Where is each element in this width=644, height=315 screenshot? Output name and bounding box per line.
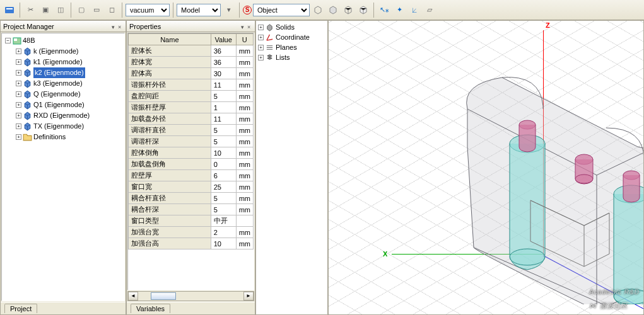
- prop-value[interactable]: 中开: [211, 215, 236, 227]
- property-row[interactable]: 谐振杆壁厚1mm: [129, 102, 254, 113]
- model-tree-item[interactable]: +Solids: [257, 22, 326, 32]
- model-select[interactable]: Model: [177, 4, 221, 16]
- prop-value[interactable]: 1: [211, 102, 236, 113]
- cut-icon[interactable]: ✂: [23, 3, 37, 17]
- prop-value[interactable]: 2: [211, 227, 236, 238]
- tree-root[interactable]: − 48B: [4, 35, 123, 46]
- property-row[interactable]: 腔壁厚6mm: [129, 170, 254, 181]
- pin-icon[interactable]: ▾: [112, 24, 117, 29]
- tree-item[interactable]: +Q1 (Eigenmode): [15, 100, 123, 110]
- close-icon[interactable]: ×: [118, 24, 123, 29]
- plane-icon[interactable]: ▱: [423, 3, 436, 17]
- prop-value[interactable]: 0: [211, 159, 236, 170]
- property-row[interactable]: 耦合杆深5mm: [129, 204, 254, 215]
- 3d-viewport[interactable]: Academic R&D ⋈ 微波社区: [328, 20, 644, 315]
- property-row[interactable]: 调谐杆直径5mm: [129, 125, 254, 136]
- property-row[interactable]: 调谐杆深5mm: [129, 136, 254, 147]
- expand-icon[interactable]: +: [258, 45, 264, 50]
- expand-icon[interactable]: +: [258, 25, 264, 30]
- tree-item[interactable]: +RXD (Eigenmode): [15, 110, 123, 121]
- col-value[interactable]: Value: [211, 34, 236, 45]
- rect1-icon[interactable]: ▢: [74, 3, 88, 17]
- prop-value[interactable]: 5: [211, 193, 236, 204]
- prop-value[interactable]: 5: [211, 125, 236, 136]
- property-row[interactable]: 窗口类型中开: [129, 215, 254, 227]
- property-row[interactable]: 加载盘倒角0mm: [129, 159, 254, 170]
- properties-table[interactable]: Name Value U 腔体长36mm腔体宽36mm腔体高30mm谐振杆外径1…: [128, 33, 254, 249]
- expand-icon[interactable]: +: [16, 91, 21, 97]
- prop-value[interactable]: 10: [211, 238, 236, 249]
- model-tree-item[interactable]: +Planes: [257, 42, 326, 52]
- expand-icon[interactable]: +: [16, 134, 21, 140]
- model-tree-item[interactable]: +Coordinate: [257, 32, 326, 42]
- rect3-icon[interactable]: ◻: [105, 3, 119, 17]
- prop-value[interactable]: 36: [211, 57, 236, 68]
- expand-icon[interactable]: +: [16, 70, 21, 76]
- expand-icon[interactable]: +: [16, 102, 21, 108]
- tree-item[interactable]: +k3 (Eigenmode): [15, 78, 123, 89]
- property-row[interactable]: 谐振杆外径11mm: [129, 79, 254, 91]
- property-row[interactable]: 加强台宽2mm: [129, 227, 254, 238]
- tree-item[interactable]: +k1 (Eigenmode): [15, 57, 123, 67]
- axis2-icon[interactable]: ✦: [392, 3, 406, 17]
- model-tree-item[interactable]: +Lists: [257, 52, 326, 62]
- prop-value[interactable]: 11: [211, 113, 236, 125]
- scroll-thumb[interactable]: [151, 292, 176, 300]
- object-select[interactable]: Object: [253, 4, 310, 16]
- tree-item[interactable]: +k (Eigenmode): [15, 46, 123, 57]
- chevron-down-icon[interactable]: ▾: [222, 3, 236, 17]
- axis3-icon[interactable]: ⟀: [407, 3, 421, 17]
- prop-value[interactable]: 30: [211, 68, 236, 79]
- prop-value[interactable]: 25: [211, 181, 236, 193]
- shape2-icon[interactable]: ◫: [54, 3, 67, 17]
- tree-item[interactable]: +TX (Eigenmode): [15, 121, 123, 132]
- variables-tab[interactable]: Variables: [131, 304, 170, 313]
- property-row[interactable]: 腔体倒角10mm: [129, 147, 254, 159]
- tree-item[interactable]: +k2 (Eigenmode): [15, 67, 123, 78]
- h-scrollbar[interactable]: ◄ ►: [127, 291, 254, 301]
- prop-value[interactable]: 36: [211, 45, 236, 57]
- prop-value[interactable]: 5: [211, 204, 236, 215]
- tree-item[interactable]: +Q (Eigenmode): [15, 89, 123, 100]
- project-tree[interactable]: − 48B +k (Eigenmode)+k1 (Eigenmode)+k2 (…: [1, 33, 125, 301]
- cube2-icon[interactable]: [326, 3, 340, 17]
- prop-value[interactable]: 5: [211, 91, 236, 102]
- expand-icon[interactable]: +: [16, 81, 21, 86]
- expand-icon[interactable]: +: [16, 123, 21, 129]
- rect2-icon[interactable]: ▭: [90, 3, 103, 17]
- prop-value[interactable]: 10: [211, 147, 236, 159]
- cube3-icon[interactable]: [341, 3, 355, 17]
- property-row[interactable]: 耦合杆直径5mm: [129, 193, 254, 204]
- app-icon[interactable]: [3, 3, 16, 17]
- property-row[interactable]: 腔体长36mm: [129, 45, 254, 57]
- property-row[interactable]: 加载盘外径11mm: [129, 113, 254, 125]
- scroll-right-icon[interactable]: ►: [243, 292, 254, 301]
- cube1-icon[interactable]: [311, 3, 325, 17]
- axis1-icon[interactable]: ↖⁎: [377, 3, 391, 17]
- expand-icon[interactable]: +: [16, 49, 21, 54]
- prop-value[interactable]: 5: [211, 136, 236, 147]
- close-icon[interactable]: ×: [247, 24, 252, 29]
- property-row[interactable]: 腔体宽36mm: [129, 57, 254, 68]
- material-select[interactable]: vacuum: [126, 4, 170, 16]
- cube4-icon[interactable]: [356, 3, 370, 17]
- pin-icon[interactable]: ▾: [241, 24, 246, 29]
- property-row[interactable]: 盘腔间距5mm: [129, 91, 254, 102]
- col-name[interactable]: Name: [129, 34, 211, 45]
- expand-icon[interactable]: +: [258, 35, 264, 40]
- col-unit[interactable]: U: [236, 34, 253, 45]
- expand-icon[interactable]: +: [258, 55, 264, 60]
- property-row[interactable]: 窗口宽25mm: [129, 181, 254, 193]
- expand-icon[interactable]: +: [16, 59, 21, 65]
- tree-item[interactable]: +Definitions: [15, 132, 123, 142]
- prop-value[interactable]: 11: [211, 79, 236, 91]
- shape1-icon[interactable]: ▣: [38, 3, 52, 17]
- expand-icon[interactable]: +: [16, 113, 21, 118]
- prop-value[interactable]: 6: [211, 170, 236, 181]
- collapse-icon[interactable]: −: [5, 38, 11, 43]
- s-marker-icon[interactable]: S: [243, 6, 252, 14]
- property-row[interactable]: 加强台高10mm: [129, 238, 254, 249]
- property-row[interactable]: 腔体高30mm: [129, 68, 254, 79]
- scroll-left-icon[interactable]: ◄: [128, 292, 138, 301]
- model-tree[interactable]: +Solids+Coordinate+Planes+Lists: [255, 20, 328, 315]
